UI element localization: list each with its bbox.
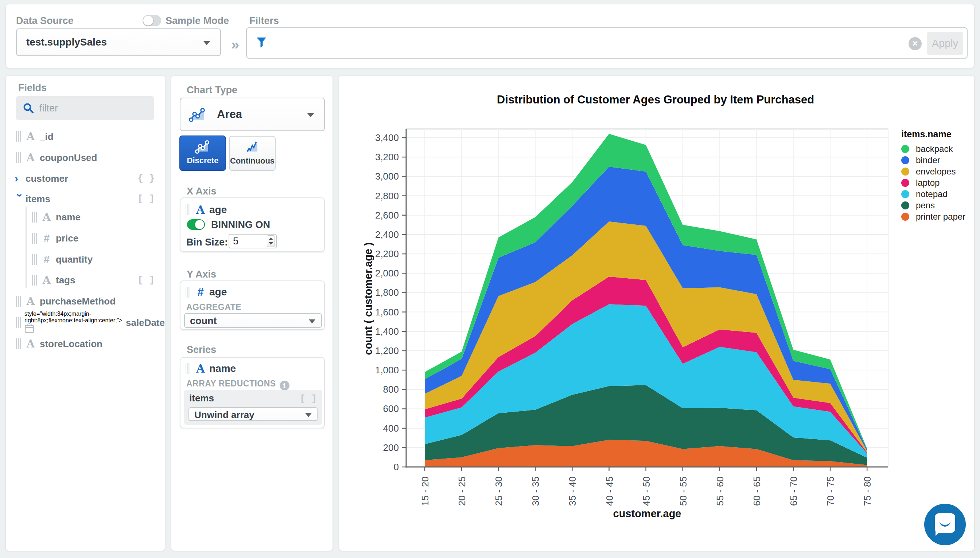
field-row-_id[interactable]: A_id: [6, 128, 165, 145]
svg-text:400: 400: [383, 423, 399, 434]
svg-text:2,600: 2,600: [375, 210, 399, 221]
svg-text:75 - 80: 75 - 80: [862, 476, 873, 506]
chevron-right-icon[interactable]: ›: [15, 172, 26, 185]
drag-handle-icon[interactable]: [32, 212, 37, 223]
chart-type-label: Chart Type: [187, 84, 237, 96]
sample-mode-label: Sample Mode: [166, 15, 229, 26]
field-row-price[interactable]: #price: [6, 230, 165, 246]
bin-size-value: 5: [233, 236, 239, 247]
type-marker: [ ]: [137, 275, 155, 286]
chart-type-value: Area: [217, 108, 242, 121]
legend-item-printer-paper: printer paper: [901, 211, 965, 222]
drag-handle-icon[interactable]: [32, 275, 37, 286]
svg-text:55 - 60: 55 - 60: [715, 476, 726, 506]
binning-label: BINNING ON: [211, 219, 270, 231]
reduction-dropdown[interactable]: Unwind array: [188, 407, 318, 421]
legend-swatch: [901, 202, 909, 209]
continuous-button[interactable]: Continuous: [229, 136, 276, 171]
drag-handle-icon[interactable]: [186, 204, 190, 215]
toggle-knob: [143, 16, 153, 26]
number-type-icon: #: [194, 286, 207, 299]
svg-text:1,000: 1,000: [375, 364, 399, 376]
legend-swatch: [901, 167, 909, 176]
field-row-saleDate[interactable]: style="width:34px;margin-right:8px;flex:…: [6, 314, 165, 331]
svg-text:15 - 20: 15 - 20: [420, 476, 431, 506]
clear-filter-icon[interactable]: ×: [909, 37, 922, 50]
chevron-down-icon[interactable]: ›: [14, 194, 26, 204]
svg-text:60 - 65: 60 - 65: [751, 476, 763, 506]
info-icon[interactable]: i: [280, 381, 290, 391]
drag-handle-icon[interactable]: [16, 296, 21, 307]
chart-panel: 02004006008001,0001,2001,4001,6001,8002,…: [339, 76, 974, 551]
field-row-tags[interactable]: Atags[ ]: [6, 272, 165, 289]
drag-handle-icon[interactable]: [16, 317, 21, 328]
reduction-box: items [ ] Unwind array: [184, 390, 322, 425]
series-field: name: [209, 363, 236, 374]
svg-text:800: 800: [383, 384, 399, 395]
svg-text:25 - 30: 25 - 30: [493, 476, 504, 506]
drag-handle-icon[interactable]: [32, 254, 37, 265]
field-row-purchaseMethod[interactable]: ApurchaseMethod: [6, 293, 165, 310]
x-axis-title: customer.age: [613, 508, 682, 519]
legend-item-pens: pens: [901, 200, 965, 211]
aggregate-dropdown[interactable]: count: [184, 313, 322, 328]
field-row-couponUsed[interactable]: AcouponUsed: [6, 149, 165, 166]
svg-text:1,400: 1,400: [375, 326, 399, 337]
filter-bar: × Apply: [246, 27, 968, 59]
discrete-label: Discrete: [180, 156, 225, 165]
array-reductions-label: ARRAY REDUCTIONSi: [186, 379, 290, 391]
type-marker: [ ]: [137, 194, 155, 204]
filter-query-input[interactable]: [272, 30, 892, 56]
field-filter-input[interactable]: [40, 99, 149, 117]
number-stepper[interactable]: [267, 235, 275, 247]
string-type-icon: A: [194, 203, 207, 217]
chat-bubble-button[interactable]: [924, 504, 966, 545]
drag-handle-icon[interactable]: [32, 233, 37, 244]
sample-mode-toggle[interactable]: [143, 15, 161, 26]
legend-title: items.name: [901, 129, 965, 140]
svg-text:35 - 40: 35 - 40: [567, 476, 578, 506]
string-type-icon: A: [25, 338, 37, 350]
svg-text:45 - 50: 45 - 50: [641, 476, 652, 506]
field-row-customer[interactable]: ›customer{ }: [6, 170, 165, 187]
y-axis-label: Y Axis: [187, 269, 216, 280]
field-row-quantity[interactable]: #quantity: [6, 251, 165, 268]
drag-handle-icon[interactable]: [186, 287, 190, 297]
svg-text:70 - 75: 70 - 75: [825, 476, 836, 506]
svg-text:200: 200: [383, 442, 399, 453]
field-row-name[interactable]: Aname: [6, 209, 165, 225]
svg-text:50 - 55: 50 - 55: [678, 476, 689, 506]
svg-text:65 - 70: 65 - 70: [788, 476, 799, 506]
x-axis-field: age: [209, 204, 227, 216]
data-source-dropdown[interactable]: test.supplySales: [16, 28, 221, 56]
svg-text:20 - 25: 20 - 25: [456, 476, 468, 506]
drag-handle-icon[interactable]: [16, 338, 21, 349]
binning-toggle[interactable]: [187, 219, 205, 230]
y-axis-card: # age AGGREGATE count: [180, 281, 325, 330]
drag-handle-icon[interactable]: [16, 152, 21, 163]
data-source-label: Data Source: [16, 15, 74, 26]
svg-text:0: 0: [394, 461, 399, 473]
discrete-button[interactable]: Discrete: [180, 136, 226, 171]
x-axis-label: X Axis: [187, 186, 217, 197]
apply-button[interactable]: Apply: [927, 32, 963, 55]
reduction-value: Unwind array: [194, 409, 254, 421]
discrete-area-icon: [195, 139, 211, 154]
calendar-icon: style="width:34px;margin-right:8px;flex:…: [25, 311, 126, 335]
bin-size-input[interactable]: 5: [229, 234, 277, 248]
drag-handle-icon[interactable]: [186, 363, 190, 374]
field-row-storeLocation[interactable]: AstoreLocation: [6, 335, 165, 352]
field-row-items[interactable]: ›items[ ]: [6, 190, 165, 207]
number-type-icon: #: [41, 232, 53, 245]
svg-text:3,200: 3,200: [375, 151, 399, 162]
search-icon: [23, 102, 34, 114]
drag-handle-icon[interactable]: [16, 131, 21, 142]
chevron-down-icon: [307, 113, 314, 117]
toggle-knob: [195, 220, 204, 229]
string-type-icon: A: [25, 130, 37, 143]
string-type-icon: A: [25, 295, 37, 307]
aggregate-label: AGGREGATE: [186, 302, 241, 312]
string-type-icon: A: [25, 151, 37, 164]
chart-type-dropdown[interactable]: Area: [180, 98, 325, 131]
chevron-down-icon: [203, 41, 210, 45]
